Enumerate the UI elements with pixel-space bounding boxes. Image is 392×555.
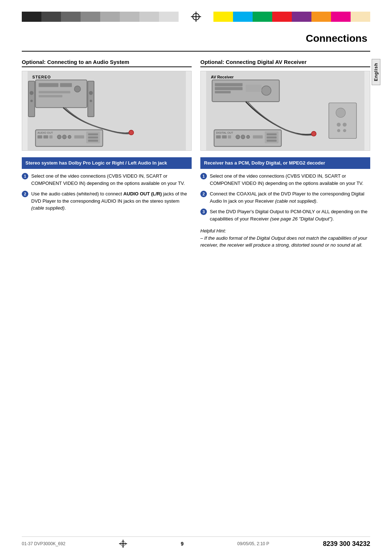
cbr5 bbox=[292, 12, 311, 22]
svg-rect-50 bbox=[329, 103, 356, 138]
left-instruction-header: Stereo system has Dolby Pro Logic or Rig… bbox=[22, 157, 192, 169]
svg-text:AUDIO OUT: AUDIO OUT bbox=[37, 131, 53, 134]
footer-crosshair bbox=[119, 540, 127, 548]
svg-rect-7 bbox=[39, 95, 62, 97]
svg-point-51 bbox=[336, 108, 346, 117]
crosshair-center bbox=[179, 12, 213, 22]
svg-rect-48 bbox=[267, 140, 277, 142]
right-step-2: 2 Connect the COAXIAL jack of the DVD Pl… bbox=[200, 190, 370, 204]
svg-point-52 bbox=[337, 123, 341, 127]
svg-point-13 bbox=[90, 100, 92, 102]
cb3 bbox=[61, 12, 81, 22]
svg-text:AV Receiver: AV Receiver bbox=[211, 75, 234, 79]
svg-rect-31 bbox=[215, 83, 242, 86]
right-step-3-number: 3 bbox=[200, 208, 207, 215]
svg-point-53 bbox=[343, 123, 347, 127]
step-2-text: Use the audio cables (white/red) to conn… bbox=[31, 190, 192, 212]
svg-point-41 bbox=[236, 135, 240, 139]
cb8 bbox=[159, 12, 179, 22]
right-step-2-number: 2 bbox=[200, 191, 207, 197]
svg-rect-32 bbox=[215, 87, 242, 90]
hint-text: – If the audio format of the Digital Out… bbox=[200, 235, 367, 248]
svg-point-34 bbox=[262, 86, 271, 95]
svg-rect-33 bbox=[215, 91, 231, 94]
footer: 01-37 DVP3000K_692 9 09/05/05, 2:10 P 82… bbox=[22, 536, 370, 548]
footer-page-number: 9 bbox=[181, 541, 184, 547]
cbr1 bbox=[213, 12, 233, 22]
svg-rect-18 bbox=[49, 135, 53, 139]
stereo-diagram: STEREO bbox=[22, 71, 192, 151]
right-instruction-header: Receiver has a PCM, Dolby Digital, or MP… bbox=[200, 157, 370, 169]
right-step-3: 3 Set the DVD Player's Digital Output to… bbox=[200, 208, 370, 222]
svg-point-54 bbox=[337, 129, 340, 132]
cbr3 bbox=[253, 12, 272, 22]
svg-point-10 bbox=[30, 100, 33, 102]
title-divider bbox=[22, 51, 370, 52]
left-step-1: 1 Select one of the video connections (C… bbox=[22, 173, 192, 187]
english-tab: English bbox=[372, 59, 380, 85]
svg-rect-26 bbox=[88, 140, 98, 142]
svg-rect-24 bbox=[88, 133, 98, 135]
hint-title: Helpful Hint: bbox=[200, 228, 226, 234]
cbr7 bbox=[331, 12, 351, 22]
svg-point-27 bbox=[129, 130, 134, 135]
svg-text:STEREO: STEREO bbox=[32, 75, 51, 79]
svg-rect-16 bbox=[37, 135, 42, 139]
helpful-hint: Helpful Hint: – If the audio format of t… bbox=[200, 227, 370, 249]
right-step-3-text: Set the DVD Player's Digital Output to P… bbox=[210, 208, 370, 222]
svg-rect-47 bbox=[267, 137, 277, 138]
right-step-1-number: 1 bbox=[200, 173, 207, 179]
cb5 bbox=[100, 12, 120, 22]
cb6 bbox=[120, 12, 139, 22]
two-column-layout: Optional: Connecting to an Audio System … bbox=[22, 59, 370, 249]
right-instruction-list: 1 Select one of the video connections (C… bbox=[200, 173, 370, 222]
left-column: Optional: Connecting to an Audio System … bbox=[22, 59, 192, 249]
svg-rect-22 bbox=[74, 135, 84, 139]
cb2 bbox=[41, 12, 61, 22]
footer-date: 09/05/05, 2:10 P bbox=[237, 541, 269, 546]
right-column: English Optional: Connecting Digital AV … bbox=[200, 59, 370, 249]
svg-rect-46 bbox=[267, 133, 277, 135]
cbr4 bbox=[272, 12, 292, 22]
svg-rect-25 bbox=[88, 137, 98, 138]
svg-rect-3 bbox=[39, 83, 58, 87]
cbr8 bbox=[351, 12, 370, 22]
left-step-2: 2 Use the audio cables (white/red) to co… bbox=[22, 190, 192, 212]
av-receiver-svg: AV Receiver DI bbox=[201, 71, 370, 150]
right-step-2-text: Connect the COAXIAL jack of the DVD Play… bbox=[210, 190, 370, 204]
svg-point-49 bbox=[311, 131, 316, 136]
cb1 bbox=[22, 12, 41, 22]
svg-text:DIGITAL OUT: DIGITAL OUT bbox=[216, 131, 233, 134]
svg-rect-44 bbox=[253, 135, 263, 139]
svg-point-9 bbox=[29, 91, 33, 95]
right-step-1-text: Select one of the video connections (CVB… bbox=[210, 173, 370, 187]
cb7 bbox=[139, 12, 159, 22]
main-content: Connections Optional: Connecting to an A… bbox=[22, 33, 370, 526]
stereo-svg: STEREO bbox=[22, 71, 191, 150]
svg-point-19 bbox=[57, 135, 61, 139]
left-instruction-list: 1 Select one of the video connections (C… bbox=[22, 173, 192, 212]
svg-rect-4 bbox=[60, 83, 72, 87]
svg-rect-35 bbox=[246, 85, 262, 92]
svg-rect-17 bbox=[44, 135, 48, 139]
svg-point-55 bbox=[343, 129, 346, 132]
cb4 bbox=[81, 12, 100, 22]
svg-rect-8 bbox=[28, 81, 34, 117]
svg-point-20 bbox=[62, 135, 66, 139]
left-section-header: Optional: Connecting to an Audio System bbox=[22, 59, 192, 67]
page-title: Connections bbox=[22, 33, 370, 44]
color-bars bbox=[22, 12, 370, 22]
step-1-number: 1 bbox=[22, 173, 28, 179]
svg-rect-38 bbox=[216, 135, 221, 139]
svg-point-12 bbox=[89, 91, 93, 95]
color-bar-left bbox=[22, 12, 179, 22]
av-receiver-diagram: AV Receiver DI bbox=[200, 71, 370, 151]
footer-file-info: 01-37 DVP3000K_692 bbox=[22, 541, 65, 546]
color-bar-right bbox=[213, 12, 370, 22]
right-step-1: 1 Select one of the video connections (C… bbox=[200, 173, 370, 187]
svg-rect-39 bbox=[222, 135, 227, 139]
svg-rect-6 bbox=[39, 91, 70, 94]
svg-point-21 bbox=[68, 135, 71, 139]
svg-rect-11 bbox=[88, 81, 94, 117]
svg-point-42 bbox=[241, 135, 245, 139]
